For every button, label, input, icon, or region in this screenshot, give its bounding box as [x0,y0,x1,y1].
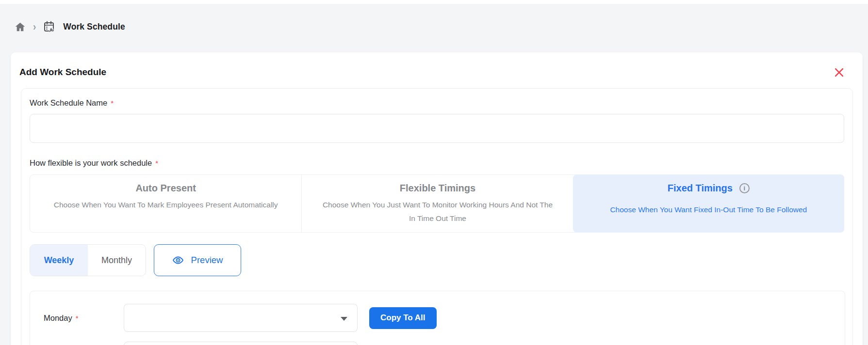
option-description: Choose When You Just Want To Monitor Wor… [321,198,554,225]
monday-shift-select[interactable] [124,304,358,332]
breadcrumb-page-title: Work Schedule [63,22,125,32]
required-asterisk: * [111,99,114,107]
view-tab-group: Weekly Monthly [30,244,146,276]
monday-shift-select-2[interactable] [124,342,358,345]
form-panel: Work Schedule Name* How flexible is your… [21,88,853,345]
monday-row: Monday* Copy To All [44,304,845,332]
modal-title: Add Work Schedule [19,66,106,78]
option-description: Choose When You Want Fixed In-Out Time T… [592,198,825,217]
monday-extra-shift-row [44,342,845,345]
work-schedule-name-input[interactable] [30,114,844,143]
preview-button-label: Preview [191,255,223,266]
tab-monthly[interactable]: Monthly [88,245,146,276]
home-icon[interactable] [15,21,26,32]
flexibility-label: How flexible is your work schedule* [30,157,844,170]
schedule-view-controls: Weekly Monthly Preview [30,244,844,276]
work-schedule-name-label: Work Schedule Name* [30,96,844,110]
option-flexible-timings[interactable]: Flexible Timings Choose When You Just Wa… [301,175,573,232]
option-auto-present[interactable]: Auto Present Choose When You Want To Mar… [30,175,301,232]
breadcrumb: › Work Schedule [15,19,868,34]
add-work-schedule-modal: Add Work Schedule Work Schedule Name* Ho… [11,52,863,345]
chevron-down-icon [341,317,347,321]
close-icon[interactable] [835,67,844,77]
option-title: Fixed Timings i [592,182,825,194]
info-icon[interactable]: i [739,183,750,193]
option-title: Flexible Timings [321,182,554,194]
option-title: Auto Present [49,182,282,194]
top-strip [0,0,868,4]
copy-to-all-button[interactable]: Copy To All [369,307,437,329]
eye-icon [172,254,184,266]
required-asterisk: * [76,314,79,322]
option-description: Choose When You Want To Mark Employees P… [49,198,282,212]
preview-button[interactable]: Preview [154,244,241,276]
monday-label: Monday* [44,314,124,323]
tab-weekly[interactable]: Weekly [30,245,88,276]
work-schedule-icon [43,20,56,33]
modal-header: Add Work Schedule [11,52,863,78]
chevron-right-icon: › [33,21,36,32]
flexibility-options: Auto Present Choose When You Want To Mar… [30,174,844,233]
required-asterisk: * [155,159,158,167]
weekly-schedule-section: Monday* Copy To All [30,291,845,345]
option-fixed-timings[interactable]: Fixed Timings i Choose When You Want Fix… [573,174,844,233]
